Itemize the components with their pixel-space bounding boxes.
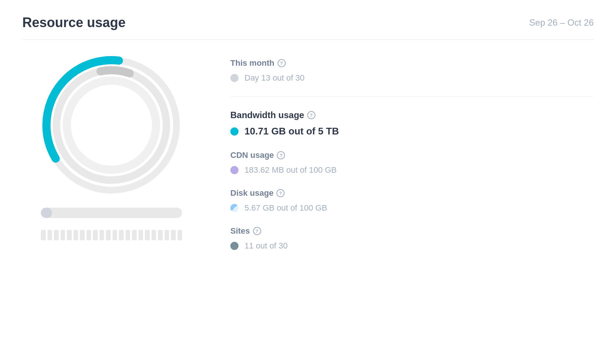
skeleton-bar <box>74 230 78 240</box>
page-title: Resource usage <box>22 15 126 30</box>
bandwidth-title: Bandwidth usage ? <box>230 110 594 120</box>
cdn-dot <box>230 166 239 174</box>
progress-bar <box>41 208 182 218</box>
disk-value-row: 5.67 GB out of 100 GB <box>230 203 594 213</box>
svg-point-5 <box>76 90 147 160</box>
this-month-dot <box>230 74 239 82</box>
skeleton-bar <box>152 230 156 240</box>
skeleton-bar <box>113 230 117 240</box>
skeleton-bar <box>145 230 150 240</box>
bandwidth-value-row: 10.71 GB out of 5 TB <box>230 126 594 137</box>
this-month-value: Day 13 out of 30 <box>244 73 304 83</box>
skeleton-bar <box>132 230 137 240</box>
skeleton-bar <box>100 230 104 240</box>
cdn-help-icon[interactable]: ? <box>277 151 285 159</box>
cdn-value: 183.62 MB out of 100 GB <box>244 165 337 175</box>
skeleton-bar <box>61 230 65 240</box>
disk-title: Disk usage ? <box>230 188 594 198</box>
sites-group: Sites ? 11 out of 30 <box>230 226 594 251</box>
disk-value: 5.67 GB out of 100 GB <box>244 203 327 213</box>
cdn-title: CDN usage ? <box>230 150 594 160</box>
cdn-group: CDN usage ? 183.62 MB out of 100 GB <box>230 150 594 175</box>
stats-section: This month ? Day 13 out of 30 Bandwidth … <box>230 55 594 264</box>
skeleton-bar <box>126 230 130 240</box>
disk-label: Disk usage <box>230 188 273 198</box>
skeleton-bar <box>165 230 169 240</box>
sites-help-icon[interactable]: ? <box>253 227 261 235</box>
this-month-group: This month ? Day 13 out of 30 <box>230 58 594 83</box>
disk-help-icon[interactable]: ? <box>276 189 285 197</box>
bandwidth-help-icon[interactable]: ? <box>307 111 315 119</box>
skeleton-bar <box>171 230 176 240</box>
chart-section <box>22 55 201 240</box>
sites-value: 11 out of 30 <box>244 241 288 251</box>
skeleton-bar <box>158 230 163 240</box>
this-month-help-icon[interactable]: ? <box>278 59 286 67</box>
skeleton-bar <box>67 230 72 240</box>
skeleton-bar <box>80 230 85 240</box>
skeleton-bar <box>178 230 182 240</box>
skeleton-bar <box>54 230 59 240</box>
this-month-value-row: Day 13 out of 30 <box>230 73 594 83</box>
bandwidth-group: Bandwidth usage ? 10.71 GB out of 5 TB <box>230 110 594 137</box>
page-header: Resource usage Sep 26 – Oct 26 <box>22 15 594 40</box>
this-month-label: This month <box>230 58 275 68</box>
bandwidth-dot <box>230 127 239 136</box>
skeleton-bar <box>93 230 98 240</box>
cdn-label: CDN usage <box>230 150 274 160</box>
sites-value-row: 11 out of 30 <box>230 241 594 251</box>
bandwidth-value: 10.71 GB out of 5 TB <box>244 126 339 137</box>
sites-label: Sites <box>230 226 250 236</box>
cdn-value-row: 183.62 MB out of 100 GB <box>230 165 594 175</box>
disk-dot <box>230 204 239 212</box>
donut-chart <box>41 55 182 196</box>
disk-group: Disk usage ? 5.67 GB out of 100 GB <box>230 188 594 213</box>
sites-title: Sites ? <box>230 226 594 236</box>
date-range: Sep 26 – Oct 26 <box>529 17 594 28</box>
progress-bar-fill <box>41 208 52 218</box>
skeleton-bar <box>48 230 52 240</box>
page-container: Resource usage Sep 26 – Oct 26 <box>0 0 616 279</box>
skeleton-bar <box>139 230 143 240</box>
skeleton-bar <box>87 230 91 240</box>
this-month-title: This month ? <box>230 58 594 68</box>
skeleton-bar <box>41 230 46 240</box>
content-area: This month ? Day 13 out of 30 Bandwidth … <box>22 55 594 264</box>
skeleton-bars <box>41 230 182 240</box>
skeleton-bar <box>119 230 124 240</box>
divider-1 <box>230 96 594 97</box>
skeleton-bar <box>106 230 111 240</box>
sites-dot <box>230 242 239 250</box>
bandwidth-label: Bandwidth usage <box>230 110 304 120</box>
